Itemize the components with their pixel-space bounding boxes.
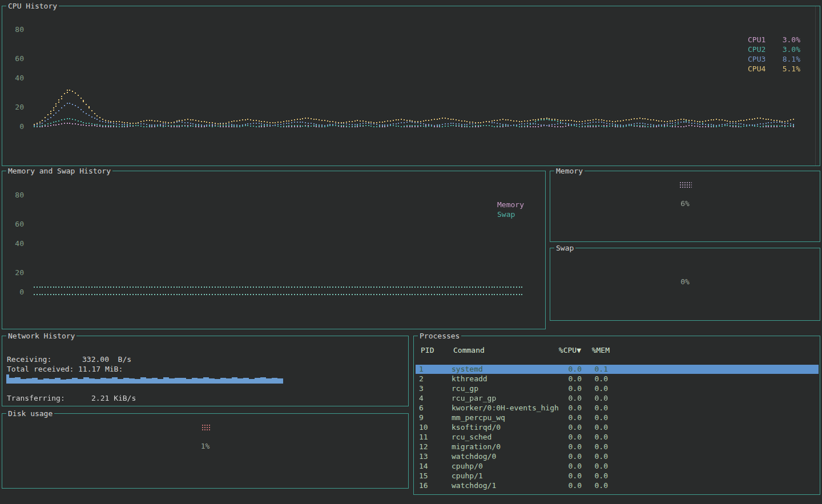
process-pid: 10: [419, 423, 428, 432]
process-mem: 0.0: [579, 481, 608, 490]
cpu-legend-label: CPU1: [748, 35, 765, 44]
process-mem: 0.0: [579, 452, 608, 461]
cpu-legend-value: 3.0%: [783, 45, 800, 54]
process-cpu: 0.0: [553, 384, 582, 393]
memory-percent: 6%: [550, 200, 820, 208]
process-command: watchdog/1: [452, 481, 496, 490]
process-row[interactable]: 14cpuhp/00.00.0: [416, 462, 819, 471]
memory-swap-history-panel: Memory and Swap History 806040200 Memory…: [2, 171, 546, 329]
cpu-history-panel: CPU History 806040200 CPU13.0%CPU23.0%CP…: [2, 6, 820, 166]
process-row[interactable]: 9mm_percpu_wq0.00.0: [416, 413, 819, 422]
process-mem: 0.0: [579, 404, 608, 413]
process-pid: 15: [419, 471, 428, 481]
process-command: rcu_gp: [452, 384, 478, 393]
disk-usage-panel: Disk usage 1%: [2, 413, 409, 489]
process-pid: 1: [419, 365, 424, 374]
memory-swap-history-chart: [2, 171, 545, 329]
swap-percent: 0%: [550, 278, 820, 286]
process-cpu: 0.0: [553, 481, 582, 490]
disk-usage-title: Disk usage: [6, 409, 54, 418]
process-row[interactable]: 15cpuhp/10.00.0: [416, 471, 819, 481]
process-mem: 0.0: [579, 374, 608, 384]
process-command: kthreadd: [452, 374, 487, 384]
swap-gauge-panel: Swap 0%: [550, 248, 820, 321]
process-pid: 14: [419, 462, 428, 471]
column-header-pid[interactable]: PID: [421, 346, 434, 355]
process-row[interactable]: 4rcu_par_gp0.00.0: [416, 394, 819, 403]
process-mem: 0.0: [579, 423, 608, 432]
cpu-legend-item: CPU38.1%: [748, 55, 800, 63]
process-cpu: 0.0: [553, 442, 582, 451]
process-pid: 16: [419, 481, 428, 490]
column-header-command[interactable]: Command: [453, 346, 485, 355]
disk-percent: 1%: [2, 442, 408, 450]
process-command: migration/0: [452, 442, 501, 451]
process-row-selected[interactable]: 1systemd0.00.1: [416, 365, 819, 374]
cpu-legend-value: 3.0%: [783, 35, 800, 44]
process-command: systemd: [452, 365, 483, 374]
process-cpu: 0.0: [553, 404, 582, 413]
process-cpu: 0.0: [553, 374, 582, 384]
process-cpu: 0.0: [553, 462, 582, 471]
process-command: cpuhp/0: [452, 462, 483, 471]
process-row[interactable]: 6kworker/0:0H-events_high0.00.0: [416, 404, 819, 413]
process-cpu: 0.0: [553, 394, 582, 403]
process-row[interactable]: 2kthreadd0.00.0: [416, 374, 819, 384]
swap-gauge-title: Swap: [554, 244, 575, 252]
process-row[interactable]: 10ksoftirqd/00.00.0: [416, 423, 819, 432]
process-cpu: 0.0: [553, 452, 582, 461]
memory-gauge-icon: [679, 182, 692, 188]
process-row[interactable]: 3rcu_gp0.00.0: [416, 384, 819, 393]
process-mem: 0.0: [579, 442, 608, 451]
process-cpu: 0.0: [553, 471, 582, 481]
graph-edge-line: [815, 6, 816, 166]
process-command: watchdog/0: [452, 452, 496, 461]
process-command: kworker/0:0H-events_high: [452, 404, 559, 413]
process-mem: 0.0: [579, 413, 608, 422]
column-header-cpu[interactable]: %CPU▼: [553, 346, 581, 355]
process-cpu: 0.0: [553, 433, 582, 442]
processes-title: Processes: [418, 332, 461, 340]
process-command: rcu_sched: [452, 433, 491, 442]
disk-gauge-icon: [202, 424, 211, 431]
column-header-mem[interactable]: %MEM: [581, 346, 610, 355]
process-command: rcu_par_gp: [452, 394, 496, 403]
cpu-legend-item: CPU13.0%: [748, 35, 800, 44]
cpu-history-chart: [2, 6, 820, 166]
process-pid: 12: [419, 442, 428, 451]
process-cpu: 0.0: [553, 413, 582, 422]
process-cpu: 0.0: [553, 423, 582, 432]
process-row[interactable]: 12migration/00.00.0: [416, 442, 819, 451]
process-pid: 13: [419, 452, 428, 461]
process-row[interactable]: 16watchdog/10.00.0: [416, 481, 819, 490]
process-pid: 9: [419, 413, 424, 422]
processes-panel: Processes PIDCommand%CPU▼%MEM 1systemd0.…: [413, 336, 820, 495]
transferring-label: Transferring:: [7, 394, 65, 402]
process-row[interactable]: 11rcu_sched0.00.0: [416, 433, 819, 442]
memswap-legend-item: Swap: [497, 210, 515, 219]
cpu-legend-item: CPU23.0%: [748, 45, 800, 54]
cpu-legend-value: 8.1%: [783, 55, 800, 63]
process-mem: 0.0: [579, 433, 608, 442]
cpu-legend-item: CPU45.1%: [748, 64, 800, 73]
cpu-legend-label: CPU2: [748, 45, 765, 54]
process-table-header: PIDCommand%CPU▼%MEM: [416, 346, 819, 355]
memswap-legend-item: Memory: [497, 200, 524, 209]
process-mem: 0.0: [579, 462, 608, 471]
process-mem: 0.0: [579, 471, 608, 481]
cpu-legend-label: CPU3: [748, 55, 765, 63]
network-history-panel: Network History Receiving: 332.00 B/s To…: [2, 336, 409, 406]
process-mem: 0.0: [579, 384, 608, 393]
process-command: ksoftirqd/0: [452, 423, 501, 432]
process-pid: 3: [419, 384, 424, 393]
process-pid: 4: [419, 394, 424, 403]
cpu-legend-value: 5.1%: [783, 64, 800, 73]
transferring-value: 2.21 KiB/s: [91, 394, 136, 402]
process-pid: 6: [419, 404, 424, 413]
process-command: mm_percpu_wq: [452, 413, 505, 422]
memory-gauge-panel: Memory 6%: [550, 171, 820, 242]
process-mem: 0.1: [579, 365, 608, 374]
process-row[interactable]: 13watchdog/00.00.0: [416, 452, 819, 461]
cpu-legend-label: CPU4: [748, 64, 765, 73]
system-monitor-screen: CPU History 806040200 CPU13.0%CPU23.0%CP…: [0, 0, 822, 504]
